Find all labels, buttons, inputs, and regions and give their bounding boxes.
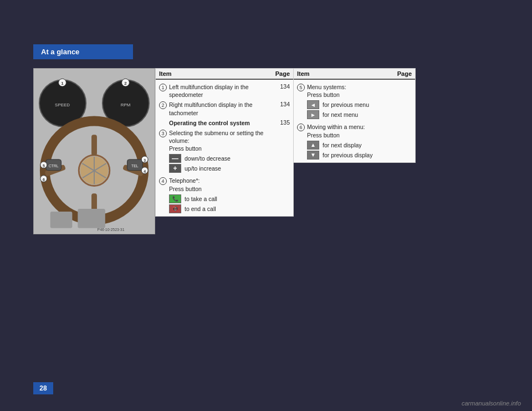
svg-text:1: 1 [61, 81, 64, 86]
svg-text:CTRL: CTRL [49, 164, 59, 168]
content-row: SPEED RPM 1 2 [33, 68, 499, 234]
table-row: 3 Selecting the submenu or setting the v… [156, 128, 293, 154]
svg-text:2: 2 [124, 81, 127, 86]
table2-header: Item Page [294, 69, 415, 80]
svg-text:P46·10·2523·31: P46·10·2523·31 [98, 228, 125, 232]
phone-green-icon: 📞 [169, 194, 181, 203]
page-number: 28 [33, 382, 53, 394]
row-content: Right multifunction display in the tacho… [169, 101, 270, 116]
svg-text:6: 6 [43, 178, 45, 182]
table1-col-page: Page [270, 70, 290, 77]
sub-item: ▼ for previous display [294, 150, 415, 160]
sub-text: for next display [323, 142, 362, 148]
arrow-left-icon: ◄ [307, 100, 319, 109]
table-row: 4 Telephone*:Press button [156, 176, 293, 193]
sub-item: ► for next menu [294, 110, 415, 120]
arrow-right-icon: ► [307, 110, 319, 119]
steering-wheel-image: SPEED RPM 1 2 [33, 68, 155, 234]
sub-text: to take a call [185, 196, 217, 202]
section-header: At a glance [33, 44, 133, 59]
sub-text: for next menu [323, 111, 358, 118]
row-number: 2 [159, 101, 169, 109]
sub-item: — down/to decrease [156, 153, 293, 163]
svg-rect-15 [91, 135, 97, 156]
minus-icon: — [169, 154, 181, 163]
sub-text: for previous display [323, 152, 372, 158]
sub-text: up/to increase [185, 165, 221, 172]
sub-item: 📞 to take a call [156, 194, 293, 204]
row-content: Moving within a menu:Press button [307, 123, 392, 138]
table-row: 5 Menu systems:Press button [294, 82, 415, 100]
row-content: Selecting the submenu or setting the vol… [169, 129, 270, 153]
table-panel-2: Item Page 5 Menu systems:Press button ◄ … [294, 68, 416, 163]
row-page: 134 [270, 83, 290, 90]
sub-item: 📵 to end a call [156, 204, 293, 214]
table-row: Operating the control system 135 [156, 118, 293, 128]
sub-item: ▲ for next display [294, 140, 415, 150]
row-number: 4 [159, 177, 169, 185]
table-row: 2 Right multifunction display in the tac… [156, 100, 293, 117]
watermark: carmanualsonline.info [462, 400, 521, 407]
table1-col-item: Item [159, 70, 270, 77]
svg-rect-32 [78, 209, 105, 228]
table-panel-1: Item Page 1 Left multifunction display i… [155, 68, 294, 217]
sub-item: + up/to increase [156, 163, 293, 173]
row-content-bold: Operating the control system [169, 119, 270, 127]
table2-body: 5 Menu systems:Press button ◄ for previo… [294, 80, 415, 162]
svg-text:5: 5 [43, 164, 45, 168]
header-label: At a glance [41, 48, 79, 56]
svg-text:RPM: RPM [121, 102, 131, 107]
sub-text: down/to decrease [185, 155, 231, 162]
row-page: 135 [270, 119, 290, 126]
sub-item: ◄ for previous menu [294, 100, 415, 110]
table1-header: Item Page [156, 69, 293, 80]
plus-icon: + [169, 164, 181, 173]
svg-text:4: 4 [144, 169, 146, 173]
sub-text: to end a call [185, 206, 216, 212]
diamond-up-icon: ▲ [307, 141, 319, 150]
row-content: Telephone*:Press button [169, 177, 270, 192]
phone-red-icon: 📵 [169, 204, 181, 213]
svg-text:3: 3 [144, 158, 146, 162]
table2-col-page: Page [392, 70, 412, 77]
table2-col-item: Item [297, 70, 392, 77]
row-number: 1 [159, 84, 169, 91]
row-number: 3 [159, 130, 169, 137]
svg-text:TEL: TEL [131, 164, 139, 168]
row-content: Left multifunction display in the speedo… [169, 83, 270, 99]
diamond-down-icon: ▼ [307, 151, 319, 160]
svg-text:SPEED: SPEED [55, 102, 70, 107]
table-row: 6 Moving within a menu:Press button [294, 122, 415, 140]
row-page: 134 [270, 101, 290, 107]
svg-rect-31 [50, 212, 73, 228]
row-number: 6 [297, 124, 307, 131]
table1-body: 1 Left multifunction display in the spee… [156, 80, 293, 216]
table-row: 1 Left multifunction display in the spee… [156, 82, 293, 100]
row-number: 5 [297, 84, 307, 91]
sub-text: for previous menu [323, 101, 369, 108]
main-content-area: At a glance SPEED RPM 1 2 [33, 44, 499, 234]
row-content: Menu systems:Press button [307, 83, 392, 99]
